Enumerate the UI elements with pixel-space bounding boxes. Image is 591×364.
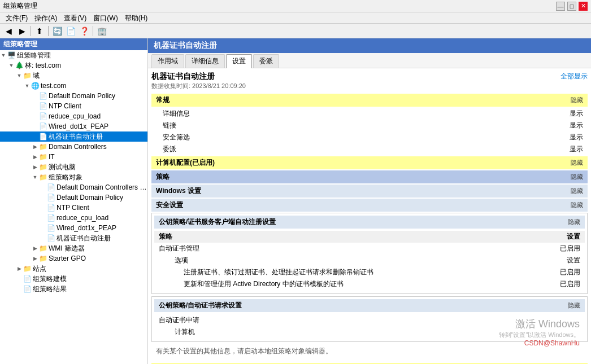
- row-filter-value: 显示: [437, 131, 588, 143]
- tree-node-it[interactable]: ▶📁IT: [0, 152, 147, 162]
- tab-settings[interactable]: 设置: [226, 54, 252, 68]
- expand-icon-gpo_objects[interactable]: ▼: [32, 174, 38, 181]
- expand-icon-reduce[interactable]: [32, 113, 38, 120]
- tree-label-it: IT: [49, 153, 55, 161]
- tree-label-reduce: reduce_cpu_load: [49, 112, 101, 120]
- tab-delegate[interactable]: 委派: [253, 54, 279, 68]
- toolbar-refresh[interactable]: 🔄: [51, 25, 63, 37]
- table-row: 安全筛选 显示: [151, 131, 588, 143]
- toolbar-up[interactable]: ⬆: [33, 25, 46, 37]
- toolbar-help[interactable]: ❓: [78, 25, 90, 37]
- expand-icon-testpc[interactable]: ▶: [32, 164, 38, 170]
- tree-node-default_domain[interactable]: 📄Default Domain Policy: [0, 91, 147, 101]
- tree-node-testpc[interactable]: ▶📁测试电脑: [0, 162, 147, 172]
- tree-node-ddcp[interactable]: 📄Default Domain Controllers Policy: [0, 182, 147, 192]
- section-autoreq-toggle[interactable]: 隐藏: [568, 301, 580, 310]
- tab-detail[interactable]: 详细信息: [185, 54, 225, 68]
- menu-view[interactable]: 查看(V): [60, 12, 90, 24]
- expand-icon-ddcp[interactable]: [40, 184, 46, 191]
- section-windows-toggle[interactable]: 隐藏: [571, 187, 583, 195]
- tree-label-ntp2: NTP Client: [57, 204, 89, 212]
- expand-icon-default_domain[interactable]: [32, 93, 38, 99]
- maximize-button[interactable]: □: [567, 2, 576, 11]
- expand-icon-group_policy_model[interactable]: [16, 275, 23, 282]
- toolbar-back[interactable]: ◀: [2, 25, 15, 37]
- section-pubkey-title: 公钥策略/证书服务客户端自动注册设置: [159, 217, 276, 227]
- section-pubkey-toggle[interactable]: 隐藏: [568, 218, 580, 226]
- section-computer-toggle[interactable]: 隐藏: [571, 159, 583, 167]
- section-policy-toggle[interactable]: 隐藏: [571, 173, 583, 181]
- tree-node-reduce2[interactable]: 📄reduce_cpu_load: [0, 213, 147, 223]
- row-detail-label: 详细信息: [151, 108, 437, 120]
- menu-action[interactable]: 操作(A): [31, 12, 60, 24]
- tree-label-root: 组策略管理: [17, 51, 51, 60]
- toolbar-gpo[interactable]: 🏢: [95, 25, 108, 37]
- tree-node-machine_cert[interactable]: 📄机器证书自动注册: [0, 131, 147, 142]
- tab-scope[interactable]: 作用域: [151, 54, 184, 68]
- expand-icon-ntp[interactable]: [32, 103, 38, 109]
- section-computer-title: 计算机配置(已启用): [156, 158, 215, 168]
- section-normal-header: 常规 隐藏: [151, 94, 588, 107]
- expand-icon-machinecert2[interactable]: [40, 235, 46, 242]
- expand-icon-machine_cert[interactable]: [32, 133, 38, 140]
- expand-icon-starter[interactable]: ▶: [32, 255, 38, 262]
- section-normal-toggle[interactable]: 隐藏: [571, 96, 583, 104]
- expand-icon-testcom[interactable]: ▼: [24, 82, 31, 89]
- tree-node-ntp2[interactable]: 📄NTP Client: [0, 203, 147, 213]
- table-row: 链接 显示: [151, 120, 588, 131]
- expand-icon-sites[interactable]: ▶: [16, 265, 23, 272]
- tree-node-wmi[interactable]: ▶📁WMI 筛选器: [0, 243, 147, 253]
- tree-node-sites[interactable]: ▶📁站点: [0, 264, 147, 274]
- close-button[interactable]: ✕: [579, 2, 588, 11]
- expand-icon-wired2[interactable]: [40, 225, 46, 231]
- menu-window[interactable]: 窗口(W): [90, 12, 121, 24]
- tree-node-domain_controllers[interactable]: ▶📁Domain Controllers: [0, 142, 147, 152]
- toolbar-export[interactable]: 📄: [64, 25, 77, 37]
- tree-node-wired2[interactable]: 📄Wired_dot1x_PEAP: [0, 223, 147, 233]
- tree-node-forest[interactable]: ▼🌲林: test.com: [0, 60, 147, 71]
- update-label: 更新和管理使用 Active Directory 中的证书模板的证书: [154, 278, 535, 290]
- menu-help[interactable]: 帮助(H): [121, 12, 151, 24]
- toolbar-forward[interactable]: ▶: [16, 25, 28, 37]
- expand-icon-group_policy_result[interactable]: [16, 286, 23, 292]
- tree-node-testcom[interactable]: ▼🌐test.com: [0, 81, 147, 91]
- renew-value: 已启用: [535, 266, 585, 278]
- tree-node-ddp[interactable]: 📄Default Domain Policy: [0, 192, 147, 203]
- tree-icon-ntp: 📄: [38, 102, 47, 111]
- section-security: 安全设置 隐藏: [151, 199, 588, 212]
- expand-icon-forest[interactable]: ▼: [8, 62, 15, 69]
- row-delegate-value: 显示: [437, 143, 588, 155]
- tree-node-group_policy_model[interactable]: 📄组策略建模: [0, 274, 147, 284]
- tree-node-root[interactable]: ▼🖥️组策略管理: [0, 50, 147, 60]
- tree-icon-wmi: 📁: [38, 244, 47, 253]
- tree-icon-wired: 📄: [38, 122, 47, 131]
- expand-icon-it[interactable]: ▶: [32, 154, 38, 160]
- expand-icon-domains[interactable]: ▼: [16, 72, 23, 79]
- tree-node-group_policy_result[interactable]: 📄组策略结果: [0, 284, 147, 294]
- tree-icon-testpc: 📁: [38, 163, 47, 172]
- table-row: 选项 设置: [154, 255, 585, 266]
- tree-node-domains[interactable]: ▼📁域: [0, 71, 147, 81]
- tree-container: ▼🖥️组策略管理▼🌲林: test.com▼📁域▼🌐test.com📄Defau…: [0, 50, 147, 294]
- normal-table: 详细信息 显示 链接 显示 安全筛选 显示 委派 显示: [151, 108, 588, 155]
- expand-icon-domain_controllers[interactable]: ▶: [32, 143, 38, 150]
- expand-icon-reduce2[interactable]: [40, 214, 46, 221]
- expand-icon-ntp2[interactable]: [40, 204, 46, 211]
- menu-file[interactable]: 文件(F): [2, 12, 31, 24]
- expand-icon-root[interactable]: ▼: [0, 52, 7, 59]
- tree-node-ntp[interactable]: 📄NTP Client: [0, 101, 147, 111]
- tree-node-machinecert2[interactable]: 📄机器证书自动注册: [0, 233, 147, 243]
- expand-icon-wmi[interactable]: ▶: [32, 245, 38, 252]
- auto-request-value: [519, 314, 585, 326]
- section-security-toggle[interactable]: 隐藏: [571, 201, 583, 209]
- tree-node-starter[interactable]: ▶📁Starter GPO: [0, 253, 147, 264]
- tree-node-gpo_objects[interactable]: ▼📁组策略对象: [0, 172, 147, 182]
- expand-icon-ddp[interactable]: [40, 194, 46, 201]
- minimize-button[interactable]: —: [556, 2, 565, 11]
- show-all-link[interactable]: 全部显示: [560, 72, 588, 81]
- tree-node-wired[interactable]: 📄Wired_dot1x_PEAP: [0, 121, 147, 131]
- expand-icon-wired[interactable]: [32, 123, 38, 130]
- tree-node-reduce[interactable]: 📄reduce_cpu_load: [0, 111, 147, 121]
- tree-icon-domains: 📁: [23, 71, 32, 80]
- tree-label-domain_controllers: Domain Controllers: [49, 143, 107, 151]
